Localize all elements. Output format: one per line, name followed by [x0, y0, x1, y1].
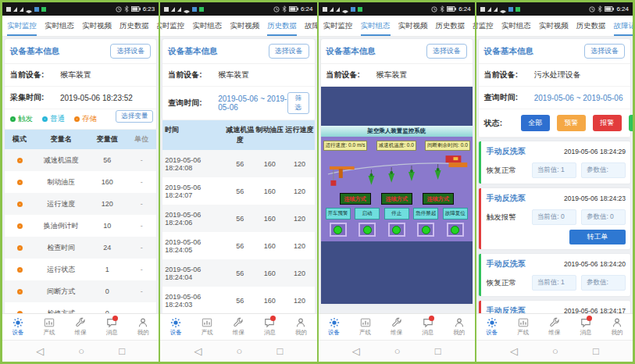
wrench-icon: [391, 317, 402, 328]
mode-box[interactable]: 连续方式: [423, 193, 454, 205]
mode-storage-icon: [17, 158, 23, 163]
nav-maintenance[interactable]: 维保: [223, 314, 254, 340]
tab-history-data[interactable]: 历史数据: [120, 16, 149, 36]
table-row[interactable]: 检查时间 24 -: [5, 237, 156, 259]
tab-realtime-monitor[interactable]: 实时监控: [160, 16, 184, 36]
tab-realtime-config[interactable]: 实时组态: [361, 16, 391, 36]
nav-messages[interactable]: 消息: [412, 314, 444, 340]
nav-maintenance[interactable]: 维保: [539, 314, 570, 340]
nav-back-button[interactable]: ◁: [36, 345, 44, 357]
nav-production-line[interactable]: 产线: [191, 314, 223, 340]
row-temp: 56: [225, 269, 255, 277]
select-device-button[interactable]: 选择设备: [426, 44, 467, 59]
table-row[interactable]: 换油倒计时 10 -: [5, 215, 156, 237]
mode-box[interactable]: 连续方式: [340, 193, 371, 205]
tab-realtime-video[interactable]: 实时视频: [539, 16, 569, 36]
nav-maintenance[interactable]: 维保: [65, 314, 96, 340]
tab-realtime-monitor[interactable]: 实时监控: [7, 16, 37, 36]
nav-production-line[interactable]: 产线: [508, 314, 539, 340]
table-row[interactable]: 2019-05-06 18:24:03 56 160 120: [162, 287, 314, 313]
table-row[interactable]: 制动油压 160 -: [5, 171, 156, 193]
tab-history-data[interactable]: 历史数据: [267, 16, 297, 36]
table-row[interactable]: 减速机温度 56 -: [5, 149, 156, 171]
nav-profile[interactable]: 我的: [285, 314, 316, 340]
nav-home-button[interactable]: ○: [78, 345, 84, 357]
nav-device[interactable]: 设备: [476, 314, 508, 340]
tab-fault-record[interactable]: 故障记录: [473, 16, 475, 36]
select-variable-button[interactable]: 选择变量: [116, 110, 153, 123]
tab-realtime-video[interactable]: 实时视频: [230, 16, 259, 36]
nav-recents-button[interactable]: □: [593, 345, 599, 357]
scada-button[interactable]: 急停禁起: [413, 208, 438, 219]
nav-device[interactable]: 设备: [319, 314, 350, 340]
tab-realtime-video[interactable]: 实时视频: [82, 16, 112, 36]
status-filter-button[interactable]: 报警: [593, 115, 622, 131]
scada-button[interactable]: 故障复位: [443, 208, 468, 219]
to-workorder-button[interactable]: 转工单: [569, 230, 626, 244]
tab-fault-record[interactable]: 故障记录: [157, 16, 159, 36]
tab-realtime-monitor[interactable]: 实时监控: [476, 16, 494, 36]
variable-name: 运行速度: [34, 199, 87, 209]
table-row[interactable]: 运行状态 1 -: [5, 259, 156, 280]
fault-card[interactable]: 手动反洗泵 2019-05-06 18:24:17 触发报警 当前值: 0 参数…: [479, 301, 630, 313]
nav-home-button[interactable]: ○: [394, 345, 401, 357]
fault-card[interactable]: 手动反洗泵 2019-05-06 18:24:29 恢复正常 当前值: 1 参数…: [479, 141, 630, 184]
col-value: 变量值: [87, 134, 127, 145]
nav-messages[interactable]: 消息: [96, 314, 127, 340]
row-time: 2019-05-06 18:24:07: [162, 184, 225, 199]
select-device-button[interactable]: 选择设备: [269, 44, 309, 59]
select-device-button[interactable]: 选择设备: [584, 44, 625, 59]
content-area: 设备基本信息 选择设备 当前设备: 猴车装置 架空乘人装置监控系统 运行速度: …: [319, 37, 475, 313]
tab-realtime-config[interactable]: 实时组态: [501, 16, 531, 36]
table-row[interactable]: 间断方式 0 -: [5, 280, 156, 302]
nav-back-button[interactable]: ◁: [352, 345, 360, 357]
mode-box[interactable]: 连续方式: [381, 193, 412, 205]
table-row[interactable]: 运行速度 120 -: [5, 193, 156, 215]
tab-fault-record[interactable]: 故障记录: [614, 16, 633, 36]
fault-card[interactable]: 手动反洗泵 2019-05-06 18:24:20 恢复正常 当前值: 1 参数…: [479, 254, 630, 296]
nav-maintenance[interactable]: 维保: [381, 314, 412, 340]
nav-production-line[interactable]: 产线: [350, 314, 381, 340]
status-filter-button[interactable]: 预警: [557, 115, 586, 131]
table-row[interactable]: 2019-05-06 18:24:04 56 160 120: [162, 259, 314, 287]
tab-realtime-video[interactable]: 实时视频: [398, 16, 428, 36]
tab-realtime-config[interactable]: 实时组态: [45, 16, 74, 36]
nav-recents-button[interactable]: □: [276, 345, 283, 357]
nav-back-button[interactable]: ◁: [194, 345, 202, 357]
status-icons-left: [6, 5, 50, 13]
nav-profile[interactable]: 我的: [601, 314, 633, 340]
nav-device[interactable]: 设备: [160, 314, 191, 340]
table-row[interactable]: 2019-05-06 18:24:07 56 160 120: [162, 177, 314, 205]
nav-home-button[interactable]: ○: [552, 345, 558, 357]
tab-history-data[interactable]: 历史数据: [436, 16, 466, 36]
tab-fault-record[interactable]: 故障记录: [305, 16, 316, 36]
fault-time: 2019-05-06 18:24:23: [564, 194, 626, 202]
nav-recents-button[interactable]: □: [435, 345, 441, 357]
nav-production-line[interactable]: 产线: [34, 314, 65, 340]
nav-messages[interactable]: 消息: [254, 314, 285, 340]
table-row[interactable]: 2019-05-06 18:24:06 56 160 120: [162, 205, 314, 232]
select-device-button[interactable]: 选择设备: [110, 44, 151, 59]
nav-back-button[interactable]: ◁: [510, 345, 518, 357]
nav-profile[interactable]: 我的: [444, 314, 475, 340]
nav-recents-button[interactable]: □: [119, 345, 125, 357]
filter-button[interactable]: 筛选: [287, 92, 309, 114]
table-row[interactable]: 2019-05-06 18:24:05 56 160 120: [162, 232, 314, 259]
nav-profile[interactable]: 我的: [127, 314, 159, 340]
nav-device[interactable]: 设备: [2, 314, 34, 340]
tab-realtime-config[interactable]: 实时组态: [192, 16, 222, 36]
fault-card[interactable]: 手动反洗泵 2019-05-06 18:24:23 触发报警 当前值: 0 参数…: [479, 188, 630, 249]
scada-readout: 间断剩余时间: 0.0: [425, 141, 470, 151]
nav-messages[interactable]: 消息: [570, 314, 601, 340]
scada-button[interactable]: 启动: [355, 208, 380, 219]
tab-history-data[interactable]: 历史数据: [576, 16, 606, 36]
nav-home-button[interactable]: ○: [237, 345, 243, 357]
scada-button[interactable]: 开车预警: [326, 208, 351, 219]
status-filter-button[interactable]: 全部: [521, 115, 550, 131]
tab-realtime-monitor[interactable]: 实时监控: [323, 16, 353, 36]
status-filter-button[interactable]: 恢复: [629, 115, 633, 131]
scada-button[interactable]: 停止: [384, 208, 409, 219]
table-row[interactable]: 检修方式 0 -: [5, 302, 156, 313]
panel-realtime-monitor: 6:23 实时监控 实时组态 实时视频 历史数据 故障记录 远程控制 设备基本信…: [2, 2, 159, 362]
table-row[interactable]: 2019-05-06 18:24:08 56 160 120: [162, 150, 314, 177]
